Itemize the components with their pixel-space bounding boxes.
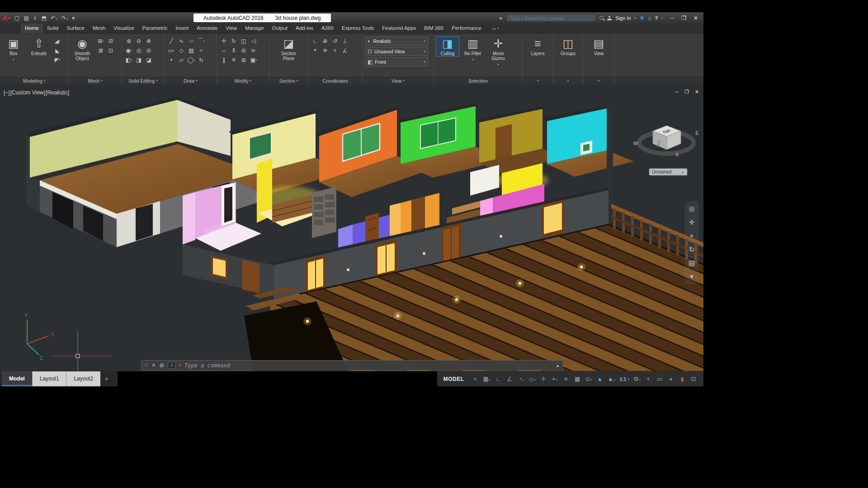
culling-button[interactable]: ◨ Culling [436,37,459,56]
exchange-apps-icon[interactable]: ✕ [640,15,644,21]
open-file-icon[interactable]: ▤ [22,15,30,21]
redo-icon[interactable]: ↷▾ [60,15,70,21]
qat-customize-icon[interactable]: ▾ [70,15,76,21]
ribbon-tab[interactable]: BIM 360 [420,23,448,33]
ucs-face-icon[interactable]: ⊥ [340,37,349,45]
annotation-visibility-icon[interactable]: ▲ [596,375,604,382]
annotation-monitor-icon[interactable]: + [645,375,652,382]
search-input[interactable] [506,14,596,22]
navigation-wheel-icon[interactable]: ◎ [689,205,694,213]
ortho-icon[interactable]: ∠ [506,375,513,382]
panel-label-selection[interactable]: Selection [434,77,522,84]
ucs-previous-icon[interactable]: ↺ [330,37,340,45]
ribbon-tab[interactable]: Mesh [89,23,109,33]
plot-icon[interactable]: ⬒ [40,15,48,21]
house-model[interactable] [26,97,703,371]
command-line[interactable]: ⠿ ✕ ⚙ > ▾ Type a command ▲ [141,360,563,371]
ucs-object-icon[interactable]: ⌖ [311,46,320,55]
viewport-style-menu[interactable]: [Realistic] [46,89,69,96]
a360-status-icon[interactable]: ● [667,375,675,382]
tab-layout2[interactable]: Layout2 [66,371,100,386]
ucs-view-icon[interactable]: ✛ [321,46,330,55]
viewport-view-menu[interactable]: [Custom View] [10,89,45,96]
command-grip-icon[interactable]: ⠿ [145,363,148,368]
scale-icon[interactable]: ⇕ [229,46,238,55]
rotate-icon[interactable]: ↻ [229,37,238,45]
imprint-icon[interactable]: ◨ [134,56,143,64]
annotation-scale-control[interactable]: 1:1▾ [619,376,629,382]
viewcube[interactable]: W S E TOP BACK Unnamed ▾ [633,126,699,175]
trim-icon[interactable]: ⊘ [239,46,248,55]
command-prompt-icon[interactable]: > [168,362,175,369]
otrack-icon[interactable]: ✛ [540,375,547,382]
layers-button[interactable]: ≡ Layers [527,37,549,56]
mesh-smooth-more-icon[interactable]: ⊟ [106,37,115,45]
mesh-refine-icon[interactable]: ⊠ [96,46,105,55]
panel-label-modify[interactable]: Modify▾ [217,77,269,84]
named-view-dropdown[interactable]: ⊡ Unsaved View ▾ [365,47,428,56]
hatch-icon[interactable]: ▨ [187,46,196,55]
panel-label-groups[interactable]: ▾ [553,77,583,84]
command-customize-icon[interactable]: ⚙ [160,362,165,369]
copy-icon[interactable]: ◫ [239,37,248,45]
ribbon-collapse-icon[interactable]: ▭ [492,26,496,31]
search-toggle-icon[interactable]: ▶ [500,16,503,20]
selection-cycling-icon[interactable]: ⊙▾ [585,375,592,382]
panel-label-draw[interactable]: Draw▾ [165,77,217,84]
ucs-icon[interactable]: ∟ [311,37,320,45]
viewport-close-button[interactable]: ✕ [695,89,699,95]
sign-in-caret-icon[interactable]: ▾ [635,16,637,20]
panel-label-coordinates[interactable]: Coordinates [308,77,362,84]
sweep-icon[interactable]: ◤▾ [53,56,62,64]
new-file-icon[interactable]: ▢ [13,15,21,21]
help-button[interactable]: ? [655,15,658,21]
helix-icon[interactable]: ↻ [197,56,206,64]
transparency-icon[interactable]: ▩ [574,375,581,382]
tab-model[interactable]: Model [2,371,32,386]
groups-button[interactable]: ◫ Groups [557,37,580,56]
command-recent-caret-icon[interactable]: ▾ [179,364,181,367]
polygon-icon[interactable]: ◇ [177,46,186,55]
ribbon-tab[interactable]: Annotate [193,23,222,33]
sign-in-button[interactable]: Sign In [615,15,631,21]
viewport-restore-button[interactable]: ❐ [684,89,689,95]
command-close-icon[interactable]: ✕ [151,362,156,368]
view-manager-button[interactable]: ▤ View [588,37,610,56]
ribbon-tab[interactable]: Featured Apps [378,23,420,33]
mesh-primitive-icon[interactable]: ⊞▾ [96,37,105,45]
viewport-controls-toggle[interactable]: [−] [4,89,10,96]
section-plane-button[interactable]: ◪ Section Plane [278,37,300,61]
isodraft-icon[interactable]: ◇▾ [528,375,536,382]
undo-icon[interactable]: ↶▾ [49,15,59,21]
showmotion-icon[interactable]: ▤ [689,259,695,267]
spline-icon[interactable]: ≈ [197,46,206,55]
move-gizmo-button[interactable]: ✛ Move Gizmo ▾ [487,37,509,67]
ribbon-tab[interactable]: Add-ins [292,23,317,33]
ucs-origin-icon[interactable]: + [330,46,340,55]
clean-screen-icon[interactable]: ⊡ [690,375,697,382]
viewport-minimize-button[interactable]: ─ [675,89,679,95]
close-button[interactable]: ✕ [693,15,698,21]
panel-label-solid-editing[interactable]: Solid Editing▾ [122,77,164,84]
polar-icon[interactable]: ◔▾ [517,375,524,382]
ribbon-tab[interactable]: Home [21,23,43,33]
stretch-icon[interactable]: ↔ [219,46,228,55]
osnap-icon[interactable]: ⌖▾ [551,375,558,383]
ribbon-tab[interactable]: A360 [317,23,338,33]
annotation-autoscale-icon[interactable]: ▲▾ [608,375,615,382]
intersect-icon[interactable]: ⊗ [144,37,153,45]
slice-icon[interactable]: ◉▾ [124,46,133,55]
panel-label-views[interactable]: ▾ [583,77,614,84]
infer-icon[interactable]: ∟ [495,375,502,382]
rectangle-icon[interactable]: ▭▾ [167,46,176,55]
thicken-icon[interactable]: ◎ [134,46,143,55]
explode-icon[interactable]: ⊞ [239,56,248,64]
presspull-icon[interactable]: ◣ [53,46,62,55]
smooth-object-button[interactable]: ◉ Smooth Object [71,37,94,61]
ribbon-collapse-control[interactable]: ▭ ▾ [492,26,499,31]
minimize-button[interactable]: ─ [670,15,675,21]
projection-dropdown[interactable]: ◧ Front ▾ [365,57,428,66]
visual-style-dropdown[interactable]: ◐ Realistic ▾ [365,37,428,46]
tab-layout1[interactable]: Layout1 [32,371,66,386]
model-viewport[interactable]: W S E TOP BACK Unnamed ▾ Y X Z [0,84,703,371]
